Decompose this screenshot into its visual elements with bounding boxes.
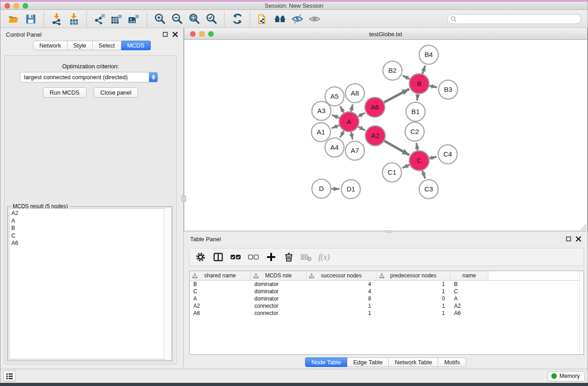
network-canvas[interactable]: B4B2BB3A8A5A6A3B1AA1C2A2A4A7C4CC1C3DD1 <box>184 40 587 231</box>
table-tab-network-table[interactable]: Network Table <box>389 357 438 367</box>
table-row[interactable]: A2connector11A2 <box>190 302 583 310</box>
float-panel-icon[interactable] <box>163 32 168 37</box>
delete-table-button[interactable] <box>299 250 314 264</box>
table-tab-node-table[interactable]: Node Table <box>305 357 348 367</box>
run-mcds-button[interactable]: Run MCDS <box>43 87 86 98</box>
graph-edge-C-C3[interactable] <box>422 170 425 178</box>
graph-node-B4[interactable]: B4 <box>419 45 438 64</box>
graph-edge-A-A8[interactable] <box>351 104 353 112</box>
mcds-result-item[interactable]: C <box>11 232 170 240</box>
graph-edge-B-B1[interactable] <box>417 94 418 100</box>
graph-edge-C-C2[interactable] <box>416 143 418 151</box>
graph-node-C2[interactable]: C2 <box>405 122 424 141</box>
table-row[interactable]: Adominator80A <box>190 295 583 302</box>
import-table-button[interactable] <box>65 12 82 26</box>
graph-node-B[interactable]: B <box>409 74 429 94</box>
table-scrollbar[interactable] <box>579 271 583 354</box>
close-panel-icon[interactable] <box>172 32 178 37</box>
graph-edge-A-A5[interactable] <box>340 106 344 113</box>
graph-node-A5[interactable]: A5 <box>325 87 344 106</box>
graph-node-A3[interactable]: A3 <box>312 101 331 120</box>
graph-edge-C-C1[interactable] <box>402 165 410 168</box>
table-row[interactable]: Bdominator41B <box>190 281 583 288</box>
close-table-panel-icon[interactable] <box>576 236 581 242</box>
function-builder-button[interactable]: f(x) <box>317 250 331 264</box>
graph-node-A7[interactable]: A7 <box>345 141 364 160</box>
zoom-out-button[interactable] <box>168 12 186 26</box>
table-row[interactable]: A6connector11A6 <box>190 310 583 317</box>
result-list-scrollbar[interactable] <box>164 208 171 359</box>
graph-edge-B-B2[interactable] <box>402 76 410 79</box>
graph-edge-A-A7[interactable] <box>351 132 353 140</box>
export-image-button[interactable] <box>125 12 143 26</box>
zoom-fit-button[interactable] <box>186 12 203 26</box>
mcds-result-item[interactable]: A6 <box>11 239 170 247</box>
graph-edge-B-B4[interactable] <box>422 66 425 74</box>
table-settings-button[interactable] <box>193 250 208 264</box>
search-input[interactable] <box>447 14 581 24</box>
delete-column-button[interactable] <box>282 250 296 264</box>
add-column-button[interactable] <box>264 250 278 264</box>
graph-node-A2[interactable]: A2 <box>365 126 385 146</box>
graph-node-B2[interactable]: B2 <box>383 61 402 80</box>
tab-select[interactable]: Select <box>93 41 121 50</box>
criterion-select[interactable]: largest connected component (directed) <box>20 72 158 82</box>
resize-grip-icon[interactable] <box>580 224 587 230</box>
task-history-button[interactable] <box>3 371 16 382</box>
graph-node-C1[interactable]: C1 <box>382 163 402 182</box>
graph-node-A1[interactable]: A1 <box>311 123 330 142</box>
refresh-layout-button[interactable] <box>229 12 246 26</box>
import-network-button[interactable] <box>48 12 65 26</box>
save-session-button[interactable] <box>22 12 39 26</box>
graph-node-D[interactable]: D <box>312 179 331 198</box>
export-table-button[interactable] <box>108 12 125 26</box>
column-header-name[interactable]: name <box>450 271 488 280</box>
open-session-button[interactable] <box>5 12 22 26</box>
graph-node-C3[interactable]: C3 <box>419 180 438 199</box>
graph-node-D1[interactable]: D1 <box>341 180 360 199</box>
tab-style[interactable]: Style <box>67 41 93 50</box>
mcds-result-item[interactable]: A <box>11 217 170 225</box>
export-network-button[interactable] <box>91 12 108 26</box>
select-all-button[interactable] <box>229 250 243 264</box>
tab-network[interactable]: Network <box>33 41 67 50</box>
column-header-mcds-role[interactable]: MCDS role <box>251 271 306 280</box>
graph-edge-A6-B[interactable] <box>383 89 409 103</box>
mcds-result-list[interactable]: A2ABCA6 <box>9 208 171 359</box>
memory-button[interactable]: Memory <box>547 371 585 381</box>
graph-edge-A-A2[interactable] <box>358 126 365 130</box>
graph-edge-B-B3[interactable] <box>429 86 437 87</box>
table-tab-motifs[interactable]: Motifs <box>438 357 466 367</box>
graph-edge-A-A1[interactable] <box>331 125 339 129</box>
graph-node-A[interactable]: A <box>339 112 359 132</box>
hide-selected-button[interactable] <box>289 12 306 26</box>
graph-node-A6[interactable]: A6 <box>365 97 385 117</box>
graph-node-C4[interactable]: C4 <box>438 145 457 164</box>
graph-node-A4[interactable]: A4 <box>325 138 344 157</box>
graph-node-B3[interactable]: B3 <box>439 80 458 99</box>
panel-splitter-grip[interactable] <box>182 195 186 202</box>
graph-edge-A2-C[interactable] <box>384 141 409 155</box>
graph-edge-C-C4[interactable] <box>429 157 436 158</box>
column-visibility-button[interactable] <box>211 250 225 264</box>
graph-edge-A-A4[interactable] <box>340 130 344 138</box>
graph-edge-A-A3[interactable] <box>332 115 339 118</box>
network-from-file-button[interactable] <box>254 12 272 26</box>
graph-node-A8[interactable]: A8 <box>345 84 364 103</box>
deselect-all-button[interactable] <box>246 250 261 264</box>
zoom-in-button[interactable] <box>151 12 168 26</box>
column-header-successor-nodes[interactable]: successor nodes <box>306 271 377 280</box>
zoom-selected-button[interactable] <box>203 12 220 26</box>
graph-node-C[interactable]: C <box>409 151 429 171</box>
tab-mcds[interactable]: MCDS <box>121 41 151 50</box>
home-button[interactable] <box>272 12 289 26</box>
graph-edge-A-A6[interactable] <box>358 113 365 117</box>
float-table-panel-icon[interactable] <box>566 236 571 242</box>
mcds-result-item[interactable]: A2 <box>11 210 170 217</box>
table-row[interactable]: Cdominator41C <box>190 288 583 295</box>
close-panel-button[interactable]: Close panel <box>94 87 139 98</box>
graph-node-B1[interactable]: B1 <box>406 102 425 121</box>
mcds-result-item[interactable]: B <box>11 224 170 232</box>
column-header-predecessor-nodes[interactable]: predecessor nodes <box>377 271 450 280</box>
show-all-button[interactable] <box>306 12 323 26</box>
